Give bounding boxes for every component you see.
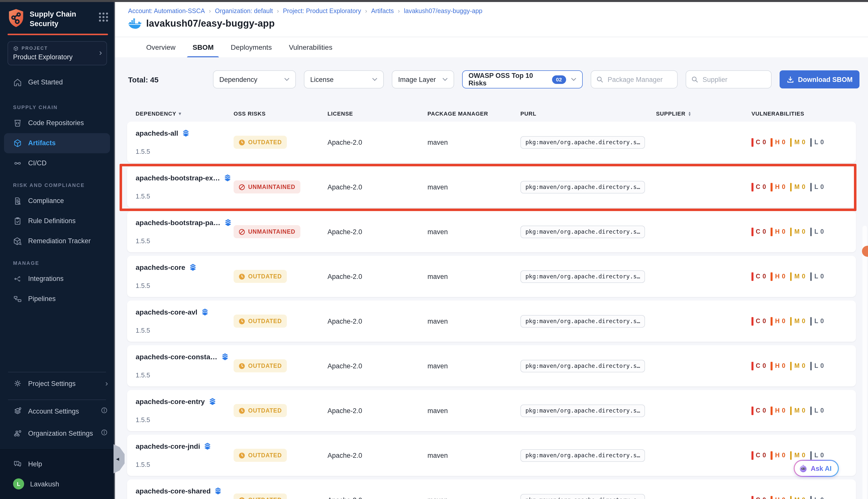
severity-bar-icon — [810, 406, 812, 415]
sidebar-item-integrations[interactable]: Integrations — [0, 269, 114, 289]
package-manager-cell: maven — [427, 228, 520, 235]
search-input[interactable] — [607, 75, 672, 84]
severity-bar-icon — [752, 138, 753, 146]
help-chat-icon: ? — [13, 459, 22, 468]
column-header-oss-risks: OSS RISKS — [234, 111, 327, 117]
filter-select-owasp-oss-top-10-risks[interactable]: OWASP OSS Top 10 Risks02 — [462, 70, 582, 88]
breadcrumb-link[interactable]: Account: Automation-SSCA — [128, 8, 205, 15]
search-box-package-manager — [591, 70, 677, 88]
dependency-cell: apacheds-bootstrap-pa… 1.5.5 — [136, 219, 234, 245]
table-row[interactable]: apacheds-bootstrap-ex… 1.5.5 UNMAINTAINE… — [127, 166, 856, 208]
breadcrumb-link[interactable]: lavakush07/easy-buggy-app — [404, 8, 483, 15]
oss-risk-cell: UNMAINTAINED — [234, 180, 327, 194]
severity-bar-icon — [790, 138, 792, 146]
license-cell: Apache-2.0 — [327, 407, 427, 414]
dependency-cell: apacheds-core-avl 1.5.5 — [136, 308, 234, 334]
breadcrumb: Account: Automation-SSCA›Organization: d… — [128, 8, 868, 15]
table-row[interactable]: apacheds-core-avl 1.5.5 OUTDATED Apache-… — [127, 301, 856, 342]
scrollbar-thumb[interactable] — [863, 226, 867, 499]
filter-label: Dependency — [219, 76, 258, 83]
filter-select-license[interactable]: License — [303, 70, 384, 88]
severity-bar-icon — [752, 227, 753, 236]
tab-overview[interactable]: Overview — [145, 43, 176, 58]
tab-deployments[interactable]: Deployments — [230, 43, 273, 58]
dependency-version: 1.5.5 — [136, 416, 234, 424]
sidebar-item-artifacts[interactable]: Artifacts — [4, 133, 110, 153]
clock-icon — [239, 318, 245, 324]
vuln-count-low: L 0 — [810, 227, 824, 236]
layers-icon — [214, 487, 222, 495]
org-gear-icon — [13, 429, 22, 438]
column-header-dependency[interactable]: DEPENDENCY▾ — [136, 111, 234, 117]
oss-risk-cell: OUTDATED — [234, 494, 327, 499]
sidebar-item-get-started[interactable]: Get Started — [0, 72, 114, 92]
sidebar-item-label: Pipelines — [28, 295, 56, 303]
dependency-version: 1.5.5 — [136, 461, 234, 468]
purl-value[interactable]: pkg:maven/org.apache.directory.s… — [520, 226, 645, 238]
app-window: Supply Chain Security PROJECT Product Ex… — [0, 0, 868, 499]
table-row[interactable]: apacheds-bootstrap-pa… 1.5.5 UNMAINTAINE… — [127, 211, 856, 252]
ask-ai-label: Ask AI — [811, 465, 832, 472]
table-row[interactable]: apacheds-core-entry 1.5.5 OUTDATED Apach… — [127, 390, 856, 431]
filter-select-dependency[interactable]: Dependency — [213, 70, 296, 88]
purl-value[interactable]: pkg:maven/org.apache.directory.s… — [520, 449, 645, 462]
sidebar-item-rule-definitions[interactable]: Rule Definitions — [0, 211, 114, 231]
breadcrumb-link[interactable]: Project: Product Exploratory — [283, 8, 361, 15]
dependency-version: 1.5.5 — [136, 193, 234, 200]
search-icon — [596, 76, 603, 83]
window-top-strip — [0, 0, 868, 2]
vuln-count-high: H 0 — [771, 362, 786, 370]
purl-value[interactable]: pkg:maven/org.apache.directory.s… — [520, 270, 645, 283]
content-area: Total: 45 DependencyLicenseImage LayerOW… — [115, 57, 868, 499]
ask-ai-button[interactable]: Ask AI — [794, 460, 839, 477]
table-row[interactable]: apacheds-core-shared 1.5.5 OUTDATED Apac… — [127, 479, 856, 499]
breadcrumb-link[interactable]: Artifacts — [371, 8, 394, 15]
purl-value[interactable]: pkg:maven/org.apache.directory.s… — [520, 494, 645, 499]
filter-select-image-layer[interactable]: Image Layer — [392, 70, 454, 88]
sidebar-item-pipelines[interactable]: Pipelines — [0, 289, 114, 309]
severity-bar-icon — [810, 183, 812, 191]
gear-icon — [13, 379, 22, 388]
download-sbom-button[interactable]: Download SBOM — [779, 70, 860, 88]
tab-sbom[interactable]: SBOM — [191, 43, 215, 58]
breadcrumb-link[interactable]: Organization: default — [215, 8, 273, 15]
severity-bar-icon — [810, 227, 812, 236]
sidebar-item-label: Integrations — [28, 275, 64, 282]
project-selector[interactable]: PROJECT Product Exploratory › — [8, 41, 107, 65]
oss-risk-badge: OUTDATED — [234, 404, 287, 417]
column-header-supplier[interactable]: SUPPLIER▲▼ — [656, 111, 752, 117]
search-icon — [691, 76, 698, 83]
code-repo-icon — [13, 118, 22, 127]
table-row[interactable]: apacheds-core-jndi 1.5.5 OUTDATED Apache… — [127, 435, 856, 476]
sidebar-item-compliance[interactable]: Compliance — [0, 191, 114, 211]
table-row[interactable]: apacheds-core 1.5.5 OUTDATED Apache-2.0 … — [127, 256, 856, 297]
purl-value[interactable]: pkg:maven/org.apache.directory.s… — [520, 360, 645, 372]
sidebar-item-ci-cd[interactable]: CI/CD — [0, 153, 114, 173]
module-grid-icon[interactable] — [99, 9, 108, 22]
purl-value[interactable]: pkg:maven/org.apache.directory.s… — [520, 136, 645, 148]
sidebar-item-label: Code Repositories — [28, 119, 84, 126]
sidebar-item-remediation-tracker[interactable]: Remediation Tracker — [0, 231, 114, 251]
table-row[interactable]: apacheds-core-consta… 1.5.5 OUTDATED Apa… — [127, 345, 856, 387]
table-row[interactable]: apacheds-all 1.5.5 OUTDATED Apache-2.0 m… — [127, 122, 856, 163]
dependency-name: apacheds-bootstrap-pa… — [136, 219, 221, 227]
sidebar-item-label: Compliance — [28, 197, 64, 205]
user-menu[interactable]: L Lavakush — [0, 474, 114, 494]
sidebar-item-code-repositories[interactable]: Code Repositories — [0, 113, 114, 133]
sidebar-item-project-settings[interactable]: Project Settings› — [0, 373, 114, 394]
purl-value[interactable]: pkg:maven/org.apache.directory.s… — [520, 315, 645, 327]
severity-bar-icon — [771, 227, 772, 236]
sidebar-item-account-settings[interactable]: Account Settings — [0, 400, 114, 422]
help-button[interactable]: ? Help — [0, 454, 114, 474]
search-input[interactable] — [702, 75, 766, 84]
dependency-cell: apacheds-core-jndi 1.5.5 — [136, 442, 234, 468]
tab-vulnerabilities[interactable]: Vulnerabilities — [288, 43, 333, 58]
severity-bar-icon — [810, 138, 812, 146]
purl-value[interactable]: pkg:maven/org.apache.directory.s… — [520, 181, 645, 193]
severity-bar-icon — [771, 451, 772, 460]
vuln-count-medium: M 0 — [790, 406, 806, 415]
pipelines-icon — [13, 294, 22, 303]
dependency-cell: apacheds-core 1.5.5 — [136, 263, 234, 290]
purl-value[interactable]: pkg:maven/org.apache.directory.s… — [520, 404, 645, 417]
sidebar-item-organization-settings[interactable]: Organization Settings — [0, 422, 114, 444]
